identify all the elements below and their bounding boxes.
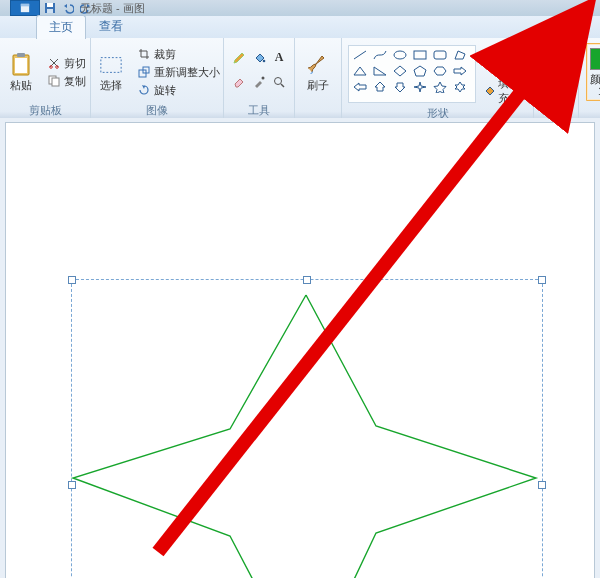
shape-line-icon[interactable] (350, 47, 370, 63)
shape-roundrect-icon[interactable] (430, 47, 450, 63)
eraser-icon (232, 75, 246, 89)
eyedropper-icon (252, 75, 266, 89)
resize-button[interactable]: 重新调整大小 (134, 64, 223, 81)
svg-rect-7 (15, 58, 27, 73)
chevron-down-icon: ▾ (519, 85, 525, 98)
copy-icon (47, 74, 61, 88)
shape-pentagon-icon[interactable] (410, 63, 430, 79)
save-icon[interactable] (42, 1, 58, 15)
select-rect-icon (99, 53, 123, 77)
svg-rect-19 (414, 51, 426, 59)
select-button[interactable]: 选择 (92, 42, 130, 102)
size-button[interactable]: 粗细 (540, 42, 572, 102)
ribbon-tabs: 主页 查看 (0, 16, 600, 38)
rotate-icon (137, 83, 151, 97)
line-weight-icon (544, 53, 568, 77)
crop-button[interactable]: 裁剪 (134, 46, 223, 63)
canvas[interactable] (6, 123, 594, 578)
shape-outline-button[interactable]: 轮廓▾ (480, 40, 527, 72)
shapes-gallery[interactable] (348, 45, 476, 103)
magnifier-icon (272, 75, 286, 89)
brush-icon (306, 53, 330, 77)
svg-point-9 (55, 66, 58, 69)
color1-button[interactable]: 颜色 1 (585, 42, 600, 102)
svg-rect-1 (21, 4, 29, 6)
outline-icon (482, 49, 496, 63)
shape-arrowr-icon[interactable] (450, 63, 470, 79)
tab-home[interactable]: 主页 (36, 15, 86, 39)
shape-oval-icon[interactable] (390, 47, 410, 63)
svg-rect-3 (47, 3, 53, 7)
svg-rect-4 (47, 9, 53, 13)
shape-hexagon-icon[interactable] (430, 63, 450, 79)
svg-rect-20 (434, 51, 446, 59)
cut-button[interactable]: 剪切 (44, 55, 89, 72)
select-label: 选择 (100, 79, 122, 91)
svg-rect-12 (100, 58, 120, 73)
chevron-down-icon: ▾ (519, 50, 525, 63)
picker-tool[interactable] (250, 73, 268, 90)
svg-point-17 (275, 77, 282, 84)
group-label-image: 图像 (146, 104, 168, 118)
shape-rtriangle-icon[interactable] (370, 63, 390, 79)
shape-diamond-icon[interactable] (390, 63, 410, 79)
svg-point-15 (263, 59, 266, 62)
shape-fill-button[interactable]: 填充▾ (480, 75, 527, 107)
group-label-tools: 工具 (248, 104, 270, 118)
svg-point-18 (394, 51, 406, 59)
fill-icon (482, 84, 496, 98)
color1-swatch (589, 47, 600, 71)
crop-icon (137, 47, 151, 61)
resize-handle-w[interactable] (68, 481, 76, 489)
shape-arrowu-icon[interactable] (370, 79, 390, 95)
selection-rect[interactable] (72, 280, 542, 578)
pencil-tool[interactable] (230, 49, 248, 66)
svg-rect-21 (484, 51, 494, 61)
canvas-area (0, 118, 600, 578)
svg-point-8 (49, 66, 52, 69)
pencil-icon (232, 51, 246, 65)
brushes-label: 刷子 (307, 79, 329, 91)
bucket-icon (252, 51, 266, 65)
title-bar: 无标题 - 画图 (0, 0, 600, 16)
eraser-tool[interactable] (230, 73, 248, 90)
color1-label: 颜色 1 (586, 73, 600, 97)
clipboard-icon (9, 53, 33, 77)
resize-handle-ne[interactable] (538, 276, 546, 284)
shape-triangle-icon[interactable] (350, 63, 370, 79)
shape-star6-icon[interactable] (450, 79, 470, 95)
shape-star4-icon[interactable] (410, 79, 430, 95)
shape-polygon-icon[interactable] (450, 47, 470, 63)
app-menu-button[interactable] (10, 0, 40, 16)
resize-handle-nw[interactable] (68, 276, 76, 284)
brushes-button[interactable]: 刷子 (301, 42, 335, 102)
svg-point-16 (262, 76, 265, 79)
resize-handle-e[interactable] (538, 481, 546, 489)
shape-curve-icon[interactable] (370, 47, 390, 63)
resize-handle-n[interactable] (303, 276, 311, 284)
paste-button[interactable]: 粘贴 (2, 42, 40, 102)
shape-arrowl-icon[interactable] (350, 79, 370, 95)
group-label-clipboard: 剪贴板 (29, 104, 62, 118)
size-label: 粗细 (545, 79, 567, 91)
undo-icon[interactable] (60, 1, 76, 15)
tab-view[interactable]: 查看 (86, 14, 136, 38)
svg-rect-6 (17, 53, 25, 57)
svg-rect-11 (52, 78, 59, 86)
fill-tool[interactable] (250, 49, 268, 66)
ribbon: 粘贴 剪切 复制 剪贴板 选择 裁剪 重新调整大小 旋转 图像 (0, 38, 600, 119)
window-title: 无标题 - 画图 (80, 1, 145, 16)
text-tool[interactable]: A (270, 49, 288, 66)
scissors-icon (47, 56, 61, 70)
shape-star5-icon[interactable] (430, 79, 450, 95)
paste-label: 粘贴 (10, 79, 32, 91)
text-icon: A (272, 51, 286, 65)
resize-icon (137, 65, 151, 79)
shape-rect-icon[interactable] (410, 47, 430, 63)
group-label-brushes (316, 104, 319, 118)
magnify-tool[interactable] (270, 73, 288, 90)
rotate-button[interactable]: 旋转 (134, 82, 223, 99)
shape-arrowd-icon[interactable] (390, 79, 410, 95)
copy-button[interactable]: 复制 (44, 73, 89, 90)
